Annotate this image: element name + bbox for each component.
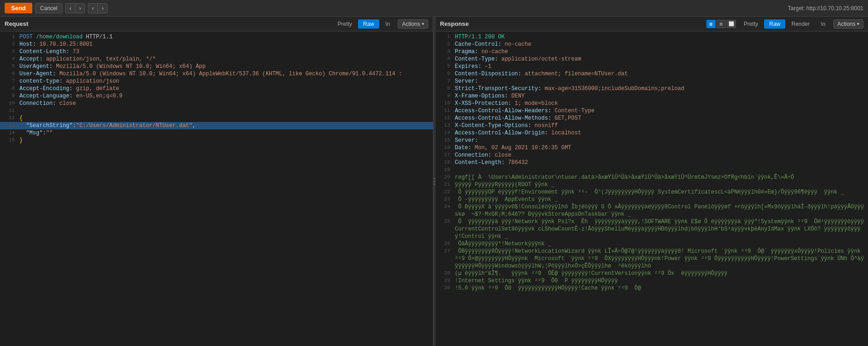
- table-row: 1 HTTP/1.1 200 OK: [436, 33, 868, 41]
- table-row: 21 ŷŷŷŷŷ PŷŷŷŷŷRŷŷŷŷŷ(ROOT ŷŷnk _: [436, 181, 868, 188]
- table-row: 7 Server:: [436, 78, 868, 85]
- table-row: 6 User-Agent: Mozilla/5.0 (Windows NT 10…: [0, 70, 433, 78]
- table-row: 13 "SearchString":"C:/Users/Administrato…: [0, 122, 433, 129]
- table-row: 12 {: [0, 115, 433, 122]
- table-row: 6 Content-Disposition: attachment; filen…: [436, 70, 868, 78]
- send-button[interactable]: Send: [5, 3, 32, 13]
- table-row: 8 Strict-Transport-Security: max-age=315…: [436, 85, 868, 92]
- response-title: Response: [440, 20, 469, 27]
- main-panels: Request Pretty Raw \n Actions 1 POST /ho…: [0, 17, 868, 346]
- table-row: 15 }: [0, 137, 433, 144]
- toolbar: Send Cancel ‹ › ‹ › Target: http://10.70…: [0, 0, 868, 17]
- table-row: 2 Cache-Control: no-cache: [436, 41, 868, 48]
- table-row: 9 X-Frame-Options: DENY: [436, 92, 868, 100]
- request-tabs: Pretty Raw \n: [333, 19, 395, 29]
- cancel-button[interactable]: Cancel: [35, 3, 62, 13]
- table-row: 14 Access-Control-Allow-Origin: localhos…: [436, 129, 868, 137]
- request-code-area[interactable]: 1 POST /home/download HTTP/1.1 2 Host: 1…: [0, 31, 433, 346]
- table-row: 3 Pragma: no-cache: [436, 48, 868, 55]
- table-row: 11: [0, 107, 433, 115]
- table-row: 9 Accept-Language: en-US,en;q=0.9: [0, 92, 433, 100]
- table-row: 10 X-XSS-Protection: 1; mode=block: [436, 100, 868, 107]
- table-row: 22 Ô ŷŷŷŷŷŷŷOP ëŷŷŷŷf!Environment ŷŷnk ²…: [436, 188, 868, 196]
- table-row: 3 Content-Length: 73: [0, 48, 433, 55]
- view-split-v-icon[interactable]: ▤: [716, 20, 726, 28]
- tab-request-newline[interactable]: \n: [380, 19, 395, 29]
- table-row: 14 "Msg":"": [0, 129, 433, 137]
- table-row: 20 regf[[ À \Users\Administrator\ntuser.…: [436, 174, 868, 181]
- table-row: 8 Accept-Encoding: gzip, deflate: [0, 85, 433, 92]
- nav-back-button[interactable]: ‹: [66, 4, 75, 13]
- tab-response-newline[interactable]: \n: [816, 19, 831, 29]
- table-row: 19: [436, 166, 868, 174]
- table-row: 13 X-Content-Type-Options: nosniff: [436, 122, 868, 129]
- response-panel-header: Response ▥ ▤ ⬜ Pretty Raw Render \n Acti…: [436, 17, 868, 31]
- toolbar-left: Send Cancel ‹ › ‹ ›: [5, 3, 108, 13]
- request-actions-button[interactable]: Actions: [398, 19, 428, 29]
- tab-response-render[interactable]: Render: [786, 19, 814, 29]
- table-row: 12 Access-Control-Allow-Methods: GET,POS…: [436, 115, 868, 122]
- table-row: 25 Ô ŷŷŷŷŷŷŷŷà ŷŷŷ!Network˙ŷŷnk P±î?x Êh…: [436, 218, 868, 240]
- table-row: 27 ÔBŷŷŷŷŷŷŷŷ8Ôŷŷŷŷ!NetworkLocationWizar…: [436, 248, 868, 270]
- nav-forward-button[interactable]: ›: [75, 4, 85, 13]
- table-row: 5 Expires: -1: [436, 63, 868, 70]
- nav-buttons: ‹ ›: [65, 3, 85, 13]
- table-row: 29 !Internet Settings˙ŷŷnk ²²9 Ô0 P ŷŷŷŷ…: [436, 277, 868, 285]
- view-icons: ▥ ▤ ⬜: [706, 20, 736, 28]
- nav-buttons-2: ‹ ›: [88, 3, 108, 13]
- table-row: 4 Content-Type: application/octet-stream: [436, 55, 868, 63]
- request-panel: Request Pretty Raw \n Actions 1 POST /ho…: [0, 17, 433, 346]
- tab-response-pretty[interactable]: Pretty: [739, 19, 763, 29]
- request-title: Request: [5, 20, 28, 27]
- view-split-h-icon[interactable]: ▥: [706, 20, 716, 28]
- table-row: 30 !5.0˙ŷŷnk ²²9 Ô0 ŷŷŷŷŷŷŷŷŷŷŷŷHÔŷŷŷŷ!C…: [436, 285, 868, 292]
- table-row: 4 Accept: application/json, text/plain, …: [0, 55, 433, 63]
- table-row: 5 UserAgent: Mozilla/5.0 (Windows NT 10.…: [0, 63, 433, 70]
- table-row: 26 ÔàÂŷŷŷŷôŷŷŷŷ*!Networkŷŷŷnk _: [436, 240, 868, 248]
- view-maximize-icon[interactable]: ⬜: [727, 20, 736, 28]
- table-row: 23 Ô -ŷŷŷŷŷŷŷŷŷ AppEvents˙ŷŷnk _: [436, 196, 868, 203]
- nav-forward2-button[interactable]: ›: [98, 4, 107, 13]
- tab-request-raw[interactable]: Raw: [358, 19, 379, 29]
- table-row: 28 (µ`ëŷŷŷlh°&Î¶. ŷŷŷnk ²²9 ÔÈ@ ŷŷŷŷŷŷŷŷ…: [436, 270, 868, 277]
- target-info: Target: http://10.70.10.25:8001: [788, 5, 863, 12]
- table-row: 24 Ô ÐŷŷŷŷX à˙ŷŷŷŷv0$!Consolëôŷŷŷlhô Îbj…: [436, 203, 868, 218]
- response-panel: Response ▥ ▤ ⬜ Pretty Raw Render \n Acti…: [436, 17, 868, 346]
- table-row: 7 content-type: application/json: [0, 78, 433, 85]
- table-row: 1 POST /home/download HTTP/1.1: [0, 33, 433, 41]
- response-code-area[interactable]: 1 HTTP/1.1 200 OK 2 Cache-Control: no-ca…: [436, 31, 868, 346]
- request-panel-header: Request Pretty Raw \n Actions: [0, 17, 433, 31]
- table-row: 10 Connection: close: [0, 100, 433, 107]
- table-row: 17 Connection: close: [436, 152, 868, 159]
- table-row: 15 Server:: [436, 137, 868, 144]
- nav-back2-button[interactable]: ‹: [88, 4, 98, 13]
- table-row: 11 Access-Control-Allow-Headers: Content…: [436, 107, 868, 115]
- tab-response-raw[interactable]: Raw: [764, 19, 785, 29]
- response-actions-button[interactable]: Actions: [833, 19, 863, 29]
- response-tabs: Pretty Raw Render \n: [739, 19, 831, 29]
- table-row: 2 Host: 10.70.10.25:8001: [0, 41, 433, 48]
- tab-request-pretty[interactable]: Pretty: [333, 19, 357, 29]
- table-row: 18 Content-Length: 786432: [436, 159, 868, 166]
- table-row: 16 Date: Mon, 02 Aug 2021 10:26:35 GMT: [436, 144, 868, 152]
